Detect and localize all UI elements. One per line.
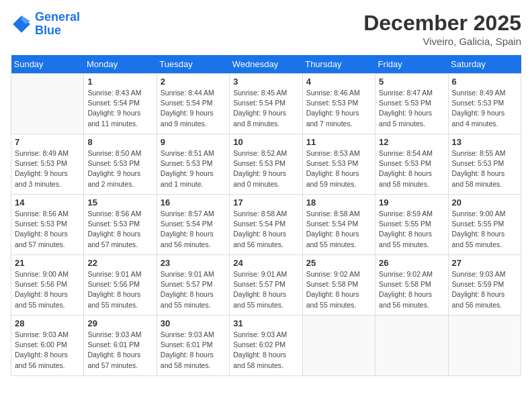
day-info: Sunrise: 9:03 AMSunset: 6:00 PMDaylight:… [15,330,80,371]
calendar-cell: 9Sunrise: 8:51 AMSunset: 5:53 PMDaylight… [157,134,229,195]
day-info: Sunrise: 9:01 AMSunset: 5:56 PMDaylight:… [87,269,152,310]
day-info: Sunrise: 8:51 AMSunset: 5:53 PMDaylight:… [161,148,226,189]
calendar-cell: 20Sunrise: 9:00 AMSunset: 5:55 PMDayligh… [448,195,521,255]
calendar-cell: 8Sunrise: 8:50 AMSunset: 5:53 PMDaylight… [84,134,157,195]
day-number: 23 [161,258,226,268]
day-number: 13 [452,137,517,147]
calendar-cell: 29Sunrise: 9:03 AMSunset: 6:01 PMDayligh… [84,316,157,376]
title-block: December 2025 Viveiro, Galicia, Spain [363,11,521,47]
day-info: Sunrise: 8:45 AMSunset: 5:54 PMDaylight:… [233,88,298,129]
day-number: 2 [161,77,226,87]
col-header-saturday: Saturday [448,55,521,74]
day-info: Sunrise: 9:02 AMSunset: 5:58 PMDaylight:… [379,269,444,310]
calendar-week-1: 1Sunrise: 8:43 AMSunset: 5:54 PMDaylight… [11,74,521,134]
day-number: 19 [379,197,444,208]
day-info: Sunrise: 8:50 AMSunset: 5:53 PMDaylight:… [87,148,152,189]
calendar-cell [448,316,521,376]
day-number: 28 [15,318,80,328]
calendar-cell: 27Sunrise: 9:03 AMSunset: 5:59 PMDayligh… [448,255,521,316]
day-number: 27 [452,258,517,268]
calendar-week-3: 14Sunrise: 8:56 AMSunset: 5:53 PMDayligh… [11,195,521,255]
day-number: 30 [161,318,226,328]
calendar-cell: 12Sunrise: 8:54 AMSunset: 5:53 PMDayligh… [375,134,448,195]
calendar-cell: 30Sunrise: 9:03 AMSunset: 6:01 PMDayligh… [157,316,229,376]
day-info: Sunrise: 8:47 AMSunset: 5:53 PMDaylight:… [379,88,444,129]
calendar-cell: 24Sunrise: 9:01 AMSunset: 5:57 PMDayligh… [230,255,302,316]
day-number: 1 [87,77,152,87]
day-info: Sunrise: 8:58 AMSunset: 5:54 PMDaylight:… [306,209,371,250]
calendar-header-row: SundayMondayTuesdayWednesdayThursdayFrid… [11,55,521,74]
calendar-cell [302,316,375,376]
calendar-cell [375,316,448,376]
calendar-cell: 1Sunrise: 8:43 AMSunset: 5:54 PMDaylight… [84,74,157,134]
day-info: Sunrise: 8:59 AMSunset: 5:55 PMDaylight:… [379,209,444,250]
day-number: 22 [87,258,152,268]
col-header-friday: Friday [375,55,448,74]
page-header: General Blue December 2025 Viveiro, Gali… [11,11,521,47]
day-info: Sunrise: 9:00 AMSunset: 5:56 PMDaylight:… [15,269,80,310]
day-info: Sunrise: 9:01 AMSunset: 5:57 PMDaylight:… [233,269,298,310]
day-info: Sunrise: 9:03 AMSunset: 6:01 PMDaylight:… [161,330,226,371]
logo-line1: General [35,10,80,24]
day-number: 24 [233,258,298,268]
calendar-cell: 28Sunrise: 9:03 AMSunset: 6:00 PMDayligh… [11,316,84,376]
calendar-cell: 16Sunrise: 8:57 AMSunset: 5:54 PMDayligh… [157,195,229,255]
day-number: 21 [15,258,80,268]
location: Viveiro, Galicia, Spain [363,36,521,47]
calendar-week-4: 21Sunrise: 9:00 AMSunset: 5:56 PMDayligh… [11,255,521,316]
day-info: Sunrise: 9:03 AMSunset: 5:59 PMDaylight:… [452,269,517,310]
col-header-thursday: Thursday [302,55,375,74]
calendar-cell: 6Sunrise: 8:49 AMSunset: 5:53 PMDaylight… [448,74,521,134]
day-info: Sunrise: 8:56 AMSunset: 5:53 PMDaylight:… [87,209,152,250]
day-info: Sunrise: 8:44 AMSunset: 5:54 PMDaylight:… [161,88,226,129]
day-number: 12 [379,137,444,147]
day-info: Sunrise: 8:58 AMSunset: 5:54 PMDaylight:… [233,209,298,250]
logo: General Blue [11,11,80,38]
logo-line2: Blue [35,24,61,37]
calendar-cell: 4Sunrise: 8:46 AMSunset: 5:53 PMDaylight… [302,74,375,134]
col-header-sunday: Sunday [11,55,84,74]
day-number: 7 [15,137,80,147]
calendar-cell: 10Sunrise: 8:52 AMSunset: 5:53 PMDayligh… [230,134,302,195]
day-number: 29 [87,318,152,328]
calendar-cell: 5Sunrise: 8:47 AMSunset: 5:53 PMDaylight… [375,74,448,134]
calendar-cell: 22Sunrise: 9:01 AMSunset: 5:56 PMDayligh… [84,255,157,316]
day-info: Sunrise: 8:43 AMSunset: 5:54 PMDaylight:… [87,88,152,129]
day-info: Sunrise: 9:03 AMSunset: 6:02 PMDaylight:… [233,330,298,371]
calendar-cell: 15Sunrise: 8:56 AMSunset: 5:53 PMDayligh… [84,195,157,255]
day-number: 25 [306,258,371,268]
day-info: Sunrise: 8:53 AMSunset: 5:53 PMDaylight:… [306,148,371,189]
month-title: December 2025 [363,11,521,36]
day-number: 18 [306,197,371,208]
day-number: 9 [161,137,226,147]
day-info: Sunrise: 8:54 AMSunset: 5:53 PMDaylight:… [379,148,444,189]
day-number: 16 [161,197,226,208]
calendar-cell: 7Sunrise: 8:49 AMSunset: 5:53 PMDaylight… [11,134,84,195]
day-info: Sunrise: 8:49 AMSunset: 5:53 PMDaylight:… [15,148,80,189]
day-info: Sunrise: 9:01 AMSunset: 5:57 PMDaylight:… [161,269,226,310]
logo-text: General Blue [35,11,80,38]
calendar-cell: 26Sunrise: 9:02 AMSunset: 5:58 PMDayligh… [375,255,448,316]
col-header-wednesday: Wednesday [230,55,302,74]
calendar-cell: 13Sunrise: 8:55 AMSunset: 5:53 PMDayligh… [448,134,521,195]
day-number: 10 [233,137,298,147]
calendar-cell: 23Sunrise: 9:01 AMSunset: 5:57 PMDayligh… [157,255,229,316]
day-number: 14 [15,197,80,208]
day-number: 20 [452,197,517,208]
day-number: 15 [87,197,152,208]
day-info: Sunrise: 8:46 AMSunset: 5:53 PMDaylight:… [306,88,371,129]
calendar-week-2: 7Sunrise: 8:49 AMSunset: 5:53 PMDaylight… [11,134,521,195]
day-info: Sunrise: 8:57 AMSunset: 5:54 PMDaylight:… [161,209,226,250]
day-info: Sunrise: 9:02 AMSunset: 5:58 PMDaylight:… [306,269,371,310]
calendar-cell: 31Sunrise: 9:03 AMSunset: 6:02 PMDayligh… [230,316,302,376]
day-number: 6 [452,77,517,87]
calendar-cell: 18Sunrise: 8:58 AMSunset: 5:54 PMDayligh… [302,195,375,255]
calendar-cell: 19Sunrise: 8:59 AMSunset: 5:55 PMDayligh… [375,195,448,255]
day-info: Sunrise: 9:00 AMSunset: 5:55 PMDaylight:… [452,209,517,250]
col-header-monday: Monday [84,55,157,74]
calendar-week-5: 28Sunrise: 9:03 AMSunset: 6:00 PMDayligh… [11,316,521,376]
day-number: 4 [306,77,371,87]
calendar-cell: 3Sunrise: 8:45 AMSunset: 5:54 PMDaylight… [230,74,302,134]
day-number: 3 [233,77,298,87]
logo-icon [11,13,32,35]
